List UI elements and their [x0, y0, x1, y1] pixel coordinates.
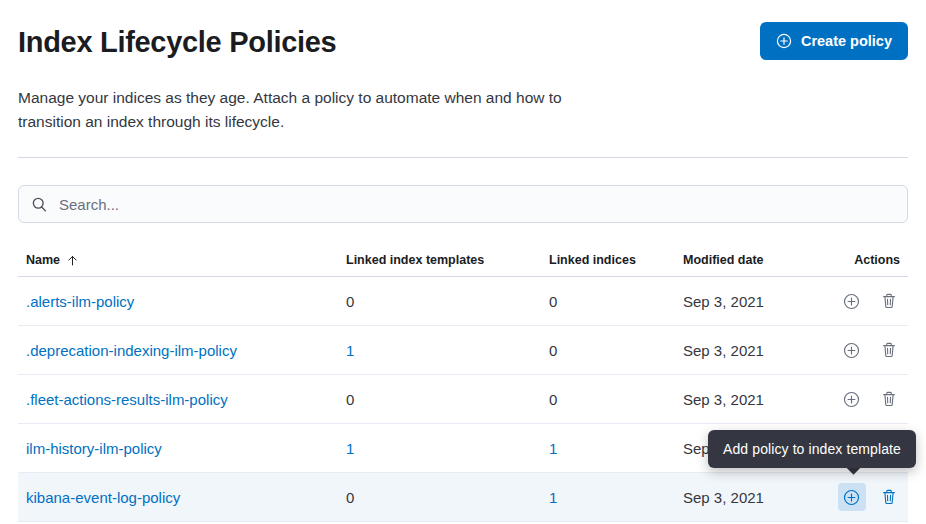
modified-date: Sep 3, 2021 [683, 293, 764, 310]
table-row: .fleet-actions-results-ilm-policy 0 0 Se… [18, 375, 908, 424]
column-header-linked-index-templates[interactable]: Linked index templates [338, 246, 541, 277]
policy-name-link[interactable]: .alerts-ilm-policy [26, 293, 134, 310]
table-row: .deprecation-indexing-ilm-policy 1 0 Sep… [18, 326, 908, 375]
policy-name-link[interactable]: .fleet-actions-results-ilm-policy [26, 391, 228, 408]
create-policy-button-label: Create policy [801, 33, 892, 49]
sort-ascending-icon [66, 254, 79, 267]
plus-circle-icon [776, 33, 792, 49]
table-row: kibana-event-log-policy 0 1 Sep 3, 2021 [18, 473, 908, 522]
linked-templates-value: 0 [346, 391, 354, 408]
column-header-modified-date[interactable]: Modified date [675, 246, 815, 277]
plus-circle-icon [843, 293, 860, 310]
create-policy-button[interactable]: Create policy [760, 22, 908, 60]
trash-icon [881, 342, 897, 358]
trash-icon [881, 391, 897, 407]
policy-name-link[interactable]: .deprecation-indexing-ilm-policy [26, 342, 237, 359]
plus-circle-icon [843, 489, 860, 506]
linked-templates-value: 0 [346, 293, 354, 310]
column-header-linked-indices[interactable]: Linked indices [541, 246, 675, 277]
policy-name-link[interactable]: ilm-history-ilm-policy [26, 440, 162, 457]
trash-icon [881, 293, 897, 309]
delete-policy-button[interactable] [875, 336, 903, 364]
page-description: Manage your indices as they age. Attach … [18, 86, 578, 134]
column-header-name[interactable]: Name [18, 246, 338, 277]
add-policy-to-template-button[interactable] [838, 483, 866, 511]
column-header-name-label: Name [26, 253, 60, 267]
add-policy-to-template-button[interactable] [838, 336, 866, 364]
add-policy-to-template-button[interactable] [838, 287, 866, 315]
policy-name-link[interactable]: kibana-event-log-policy [26, 489, 180, 506]
tooltip-add-policy-to-index-template: Add policy to index template [708, 430, 916, 468]
linked-templates-value[interactable]: 1 [346, 440, 354, 457]
page-header: Index Lifecycle Policies Create policy [18, 22, 908, 60]
modified-date: Sep 3, 2021 [683, 489, 764, 506]
delete-policy-button[interactable] [875, 287, 903, 315]
linked-templates-value: 0 [346, 489, 354, 506]
delete-policy-button[interactable] [875, 385, 903, 413]
section-divider [18, 157, 908, 158]
plus-circle-icon [843, 342, 860, 359]
modified-date: Sep 3, 2021 [683, 342, 764, 359]
policies-table-body: .alerts-ilm-policy 0 0 Sep 3, 2021 [18, 277, 908, 522]
table-row: .alerts-ilm-policy 0 0 Sep 3, 2021 [18, 277, 908, 326]
column-header-actions: Actions [815, 246, 908, 277]
linked-indices-value: 0 [549, 342, 557, 359]
linked-indices-value: 0 [549, 391, 557, 408]
search-bar[interactable] [18, 185, 908, 223]
tooltip-text: Add policy to index template [723, 441, 901, 457]
trash-icon [881, 489, 897, 505]
delete-policy-button[interactable] [875, 483, 903, 511]
plus-circle-icon [843, 391, 860, 408]
page-title: Index Lifecycle Policies [18, 24, 336, 60]
policies-table: Name Linked index templates Linked indic… [18, 246, 908, 522]
linked-indices-value: 0 [549, 293, 557, 310]
policies-table-header: Name Linked index templates Linked indic… [18, 246, 908, 277]
linked-indices-value[interactable]: 1 [549, 440, 557, 457]
add-policy-to-template-button[interactable] [838, 385, 866, 413]
linked-indices-value[interactable]: 1 [549, 489, 557, 506]
modified-date: Sep 3, 2021 [683, 391, 764, 408]
search-icon [31, 196, 48, 213]
search-input[interactable] [57, 195, 895, 214]
linked-templates-value[interactable]: 1 [346, 342, 354, 359]
